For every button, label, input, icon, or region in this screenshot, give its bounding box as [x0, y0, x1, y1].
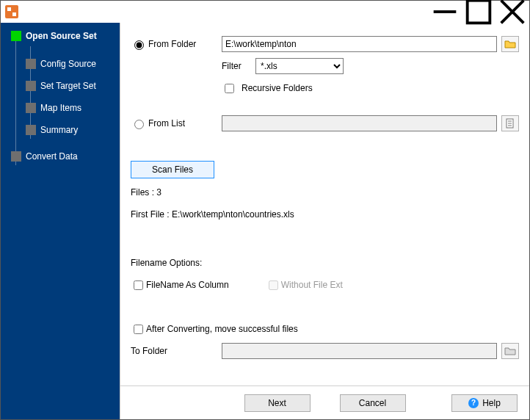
step-marker-icon — [26, 59, 36, 69]
help-button[interactable]: ? Help — [451, 394, 518, 412]
without-file-ext-checkbox — [269, 280, 278, 290]
from-list-label: From List — [148, 118, 185, 128]
filename-options-label: Filename Options: — [131, 258, 202, 268]
to-folder-input — [222, 343, 497, 359]
sidebar-item-label: Open Source Set — [26, 31, 97, 41]
step-marker-icon — [26, 103, 36, 113]
help-icon: ? — [468, 398, 479, 408]
without-file-ext-label: Without File Ext — [281, 280, 343, 290]
to-folder-label: To Folder — [131, 346, 167, 356]
app-window: Open Source Set Config Source Set Target… — [0, 0, 530, 420]
browse-to-folder-button[interactable] — [501, 343, 519, 359]
wizard-content: From Folder Filter — [120, 23, 529, 419]
filename-as-column-checkbox[interactable] — [134, 280, 143, 290]
browse-folder-button[interactable] — [501, 36, 519, 52]
filter-select[interactable]: *.xls — [255, 58, 344, 74]
wizard-sidebar: Open Source Set Config Source Set Target… — [1, 23, 120, 419]
from-folder-label: From Folder — [148, 39, 196, 49]
sidebar-item-label: Config Source — [40, 59, 96, 69]
app-icon — [5, 5, 18, 18]
filename-as-column-label: FileName As Column — [146, 280, 229, 290]
browse-list-button[interactable] — [501, 115, 519, 131]
from-list-radio[interactable] — [134, 120, 144, 129]
folder-open-icon — [504, 38, 516, 50]
sidebar-item-config-source[interactable]: Config Source — [1, 55, 120, 73]
step-marker-icon — [11, 151, 21, 162]
sidebar-item-summary[interactable]: Summary — [1, 121, 120, 139]
sidebar-item-label: Convert Data — [26, 151, 78, 162]
sidebar-item-map-items[interactable]: Map Items — [1, 99, 120, 117]
next-button[interactable]: Next — [244, 394, 311, 412]
from-folder-radio[interactable] — [134, 40, 144, 50]
recursive-folders-label: Recursive Folders — [242, 83, 313, 93]
wizard-footer: Next Cancel ? Help — [120, 385, 529, 419]
folder-icon — [504, 345, 516, 357]
after-converting-label: After Converting, move successful files — [146, 324, 298, 334]
step-marker-icon — [26, 125, 36, 135]
filter-label: Filter — [222, 61, 251, 71]
minimize-button[interactable] — [428, 1, 462, 23]
scan-files-button[interactable]: Scan Files — [131, 161, 214, 178]
first-file-text: First File : E:\work\temp\nton\countries… — [131, 209, 294, 220]
sidebar-item-convert-data[interactable]: Convert Data — [1, 148, 120, 165]
folder-path-input[interactable] — [222, 36, 497, 52]
sidebar-item-label: Summary — [40, 125, 78, 135]
sidebar-item-label: Map Items — [40, 103, 81, 113]
sidebar-item-label: Set Target Set — [40, 81, 96, 91]
document-icon — [504, 117, 516, 129]
help-button-label: Help — [482, 398, 501, 408]
titlebar — [1, 1, 529, 23]
close-button[interactable] — [495, 1, 529, 23]
from-list-input — [222, 115, 497, 131]
after-converting-checkbox[interactable] — [134, 325, 143, 334]
sidebar-item-open-source-set[interactable]: Open Source Set — [1, 27, 120, 45]
step-marker-icon — [11, 31, 21, 41]
step-marker-icon — [26, 81, 36, 91]
files-count-text: Files : 3 — [131, 187, 161, 198]
sidebar-item-set-target-set[interactable]: Set Target Set — [1, 77, 120, 95]
recursive-folders-checkbox[interactable] — [225, 84, 234, 93]
maximize-button[interactable] — [462, 1, 495, 23]
cancel-button[interactable]: Cancel — [340, 394, 406, 412]
svg-rect-1 — [468, 1, 490, 23]
